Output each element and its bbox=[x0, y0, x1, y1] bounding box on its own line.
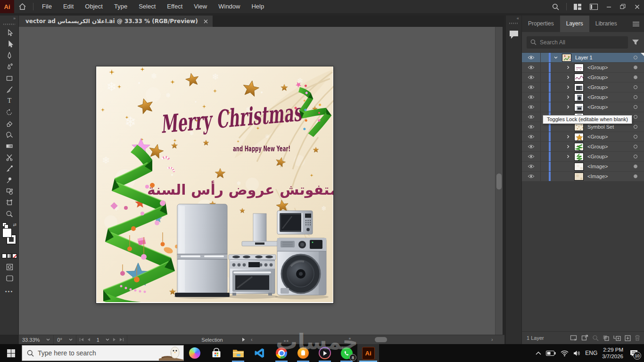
taskbar-app-illustrator[interactable]: Ai bbox=[357, 344, 379, 362]
lock-toggle[interactable] bbox=[541, 132, 549, 141]
taskbar-app-copilot[interactable] bbox=[184, 344, 206, 362]
tab-libraries[interactable]: Libraries bbox=[589, 16, 623, 32]
scroll-right-arrow-icon[interactable]: › bbox=[491, 337, 493, 342]
lock-toggle[interactable] bbox=[541, 92, 549, 102]
chevron-right-icon[interactable] bbox=[565, 155, 571, 158]
create-new-sublayer-icon[interactable] bbox=[613, 335, 621, 341]
visibility-eye-icon[interactable] bbox=[522, 102, 541, 112]
lock-toggle[interactable] bbox=[541, 82, 549, 92]
eyedropper-tool[interactable] bbox=[0, 163, 19, 174]
document-tab[interactable]: vector ad اعلان الكريسماس.ai @ 33.33 % (… bbox=[19, 16, 213, 27]
layer-label[interactable]: <Group> bbox=[587, 144, 608, 149]
target-circle[interactable] bbox=[634, 135, 637, 139]
layer-row-image1[interactable]: <Image> bbox=[522, 162, 644, 172]
action-center-icon[interactable]: 10 bbox=[628, 347, 639, 359]
menu-window[interactable]: Window bbox=[213, 0, 246, 13]
lock-toggle[interactable] bbox=[541, 142, 549, 151]
language-indicator[interactable]: ENG bbox=[585, 350, 597, 356]
rotation-field[interactable]: 0° bbox=[54, 335, 76, 344]
scissors-tool[interactable] bbox=[0, 152, 19, 163]
artboard[interactable]: ❄❄❄❄❄❄❄❄❄❄❄❄❄❄❄ bbox=[96, 66, 333, 303]
tray-chevron-up-icon[interactable] bbox=[536, 352, 541, 355]
layer-row-group4[interactable]: <Group> bbox=[522, 92, 644, 102]
comments-panel-icon[interactable] bbox=[509, 30, 519, 39]
arabic-offer-text[interactable]: متفوتش عروض رأس السنة bbox=[147, 181, 333, 198]
visibility-eye-icon[interactable] bbox=[522, 112, 541, 122]
type-tool[interactable]: T bbox=[0, 95, 19, 107]
fill-swatch[interactable] bbox=[2, 228, 12, 238]
layer-row-layer1[interactable]: Layer 1 bbox=[522, 53, 644, 63]
status-popup-arrow-icon[interactable] bbox=[242, 337, 245, 342]
layer-thumbnail[interactable] bbox=[574, 153, 584, 161]
layer-row-group3[interactable]: <Group> bbox=[522, 82, 644, 92]
layer-thumbnail[interactable] bbox=[562, 54, 571, 62]
taskbar-app-media-player[interactable] bbox=[314, 344, 336, 362]
layer-label[interactable]: <Group> bbox=[587, 65, 608, 70]
gradient-tool[interactable] bbox=[0, 140, 19, 152]
layer-thumbnail[interactable] bbox=[574, 143, 584, 151]
target-circle[interactable] bbox=[634, 85, 637, 89]
layer-label[interactable]: <Image> bbox=[587, 164, 608, 169]
taskbar-app-whatsapp[interactable]: 8 bbox=[336, 344, 357, 362]
layer-thumbnail[interactable] bbox=[574, 93, 584, 101]
target-circle[interactable] bbox=[634, 165, 637, 168]
tab-layers[interactable]: Layers bbox=[560, 16, 589, 32]
lock-toggle[interactable] bbox=[541, 73, 549, 82]
layer-label[interactable]: <Group> bbox=[587, 84, 608, 90]
edit-toolbar-icon[interactable]: ••• bbox=[0, 288, 18, 294]
panel-menu-icon[interactable] bbox=[633, 16, 644, 32]
default-fill-stroke-icon[interactable] bbox=[2, 222, 7, 227]
layer-label[interactable]: <Group> bbox=[587, 74, 608, 80]
wifi-icon[interactable] bbox=[561, 350, 569, 356]
lock-toggle[interactable] bbox=[541, 102, 549, 112]
layer-label[interactable]: <Group> bbox=[587, 134, 608, 140]
dock-collapse-icon[interactable]: « bbox=[506, 16, 521, 21]
clock[interactable]: 2:29 PM 3/7/2026 bbox=[602, 346, 623, 360]
layer-thumbnail[interactable] bbox=[574, 64, 584, 72]
chevron-right-icon[interactable] bbox=[565, 75, 571, 79]
lock-toggle[interactable] bbox=[541, 152, 549, 161]
visibility-eye-icon[interactable] bbox=[522, 73, 541, 82]
make-mask-icon[interactable] bbox=[603, 335, 610, 341]
target-circle[interactable] bbox=[634, 75, 637, 79]
visibility-eye-icon[interactable] bbox=[522, 152, 541, 161]
visibility-eye-icon[interactable] bbox=[522, 142, 541, 151]
zoom-tool[interactable] bbox=[0, 208, 19, 220]
lock-toggle[interactable] bbox=[541, 172, 549, 181]
chevron-down-icon[interactable] bbox=[553, 56, 559, 59]
tab-properties[interactable]: Properties bbox=[522, 16, 560, 32]
home-icon[interactable] bbox=[14, 0, 30, 13]
selection-tool[interactable] bbox=[0, 27, 19, 39]
collect-for-export-icon[interactable] bbox=[570, 335, 578, 341]
target-circle[interactable] bbox=[634, 125, 637, 129]
first-artboard-icon[interactable] bbox=[79, 337, 84, 342]
layers-search-input[interactable] bbox=[527, 36, 628, 49]
layer-thumbnail[interactable] bbox=[574, 123, 584, 131]
previous-artboard-icon[interactable] bbox=[87, 337, 91, 342]
layer-thumbnail[interactable] bbox=[574, 83, 584, 91]
minimize-button[interactable] bbox=[602, 0, 616, 13]
shaper-tool[interactable] bbox=[0, 129, 19, 140]
gradient-button[interactable] bbox=[7, 254, 12, 258]
menu-view[interactable]: View bbox=[188, 0, 213, 13]
eraser-tool[interactable] bbox=[0, 118, 19, 129]
color-button[interactable] bbox=[2, 254, 7, 258]
canvas-pasteboard[interactable]: ❄❄❄❄❄❄❄❄❄❄❄❄❄❄❄ bbox=[19, 27, 495, 335]
rotate-tool[interactable] bbox=[0, 107, 19, 118]
layer-label[interactable]: <Group> bbox=[587, 104, 608, 110]
pen-tool[interactable] bbox=[0, 50, 19, 61]
menu-help[interactable]: Help bbox=[246, 0, 270, 13]
target-circle[interactable] bbox=[634, 174, 637, 178]
taskbar-search[interactable] bbox=[22, 345, 184, 361]
artboard-tool[interactable] bbox=[0, 197, 19, 208]
chevron-right-icon[interactable] bbox=[565, 85, 571, 89]
layer-thumbnail[interactable] bbox=[574, 163, 584, 171]
zoom-level-field[interactable]: 33.33% bbox=[19, 335, 54, 344]
restore-button[interactable] bbox=[616, 0, 630, 13]
visibility-eye-icon[interactable] bbox=[522, 92, 541, 102]
layer-thumbnail[interactable] bbox=[574, 74, 584, 82]
paintbrush-tool[interactable] bbox=[0, 84, 19, 95]
taskbar-app-file-explorer[interactable] bbox=[227, 344, 249, 362]
direct-selection-tool[interactable] bbox=[0, 39, 19, 50]
blob-brush-tool[interactable] bbox=[0, 174, 19, 186]
